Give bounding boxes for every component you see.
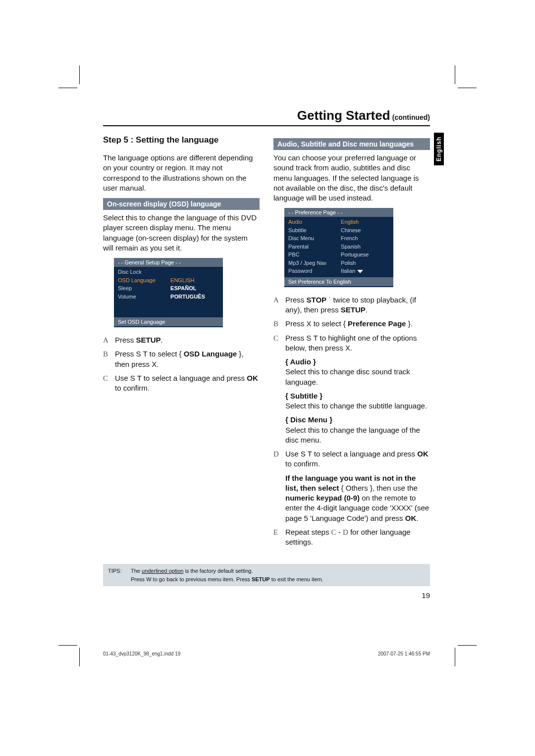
crop-mark	[458, 88, 477, 88]
text: to exit the menu item.	[270, 576, 323, 582]
osd-menu-item-right: PORTUGUÊS	[170, 293, 219, 301]
osd-menu-item-right: Italian	[341, 267, 389, 275]
option-discmenu: { Disc Menu } Select this to change the …	[285, 415, 430, 445]
step-letter: D	[273, 449, 285, 469]
page-number: 19	[103, 591, 430, 600]
step-d: D Use S T to select a language and press…	[273, 449, 430, 469]
text: Press	[285, 296, 307, 304]
down-arrow-icon	[357, 270, 363, 273]
osd-menu-item-right: Portuguese	[341, 251, 389, 259]
osd-menu-footer: Set OSD Language	[114, 317, 223, 326]
option-desc: Select this to change the subtitle langu…	[285, 401, 430, 411]
text: The	[131, 568, 142, 574]
osd-menu-row: VolumePORTUGUÊS	[118, 293, 219, 301]
crop-mark	[58, 645, 77, 646]
step-heading: Step 5 : Setting the language	[103, 135, 260, 145]
osd-menu-row: PasswordItalian	[288, 267, 389, 275]
osd-subheading: On-screen display (OSD) language	[103, 198, 260, 210]
page-header: Getting Started (continued)	[103, 108, 430, 126]
osd-menu-item-left: Sleep	[118, 284, 170, 293]
bold: OK	[417, 450, 428, 458]
crop-mark	[58, 88, 77, 88]
bold: OSD Language	[184, 350, 237, 358]
text: }.	[406, 319, 412, 328]
step-letter: C	[103, 373, 115, 394]
tips-bar: TIPS: The underlined option is the facto…	[103, 564, 430, 586]
page-content: Getting Started (continued) Step 5 : Set…	[103, 108, 430, 600]
language-tab: English	[434, 133, 444, 165]
bold: Preference Page	[348, 319, 406, 328]
underlined-text: underlined option	[142, 568, 183, 574]
osd-menu-item-left: Parental	[288, 243, 341, 251]
bold: SETUP	[136, 336, 161, 344]
crop-mark	[458, 645, 477, 646]
osd-menu-item-right: English	[341, 218, 389, 226]
option-subtitle: { Subtitle } Select this to change the s…	[285, 391, 430, 411]
crop-mark	[79, 648, 80, 666]
osd-menu-item-left: Audio	[288, 218, 341, 226]
step-text: Use S T to select a language and press O…	[115, 373, 260, 394]
crop-mark	[455, 65, 455, 84]
step-text: Repeat steps C - D for other language se…	[285, 527, 430, 548]
page-title: Getting Started	[297, 108, 390, 123]
step-letter: A	[273, 295, 285, 315]
osd-menu-row: AudioEnglish	[288, 218, 389, 226]
step-letter: B	[273, 319, 285, 329]
step-c: C Use S T to select a language and press…	[103, 373, 260, 394]
preference-menu-screenshot: - - Preference Page - - AudioEnglishSubt…	[284, 208, 393, 287]
osd-menu-item-left: OSD Language	[118, 276, 170, 285]
step-c: C Press S T to highlight one of the opti…	[273, 333, 430, 353]
osd-menu-row: SubtitleChinese	[288, 226, 389, 235]
option-audio: { Audio } Select this to change disc sou…	[285, 357, 430, 387]
osd-menu-row: Disc MenuFrench	[288, 234, 389, 243]
right-column: Audio, Subtitle and Disc menu languages …	[273, 135, 430, 551]
bold: OK	[405, 514, 417, 522]
osd-menu-row: Disc Lock	[118, 268, 219, 276]
text: Use S T to select a language and press	[285, 450, 417, 458]
tips-label: TIPS:	[108, 567, 131, 583]
osd-menu-row: SleepESPAÑOL	[118, 284, 219, 293]
osd-menu-row: PBC Portuguese	[288, 251, 389, 259]
step-letter: C	[273, 333, 285, 353]
step-text: Press STOP ˙ twice to stop playback, (if…	[285, 295, 430, 315]
intro-text: The language options are different depen…	[103, 153, 260, 193]
text: { Others }, then use the	[339, 484, 417, 492]
osd-menu-item-right	[170, 268, 219, 276]
osd-menu-item-left: Mp3 / Jpeg Nav	[288, 259, 341, 267]
osd-menu-screenshot: - - General Setup Page - - Disc LockOSD …	[114, 258, 223, 327]
option-title: { Subtitle }	[285, 391, 430, 401]
audio-subheading: Audio, Subtitle and Disc menu languages	[273, 138, 430, 150]
text: Press S T to select {	[115, 350, 184, 358]
crop-mark	[79, 65, 80, 84]
step-b: B Press X to select { Preference Page }.	[273, 319, 430, 329]
step-text: Press X to select { Preference Page }.	[285, 319, 430, 329]
step-e: E Repeat steps C - D for other language …	[273, 527, 430, 548]
print-footer: 01-43_dvp3120K_98_eng1.indd 19 2007-07-2…	[103, 651, 430, 656]
step-a: A Press STOP ˙ twice to stop playback, (…	[273, 295, 430, 315]
step-letter: B	[103, 349, 115, 369]
osd-menu-item-right: ESPAÑOL	[170, 284, 219, 293]
bold: STOP	[307, 296, 327, 304]
osd-menu-item-right: Chinese	[341, 226, 389, 235]
text: is the factory default setting.	[183, 568, 253, 574]
footer-file: 01-43_dvp3120K_98_eng1.indd 19	[103, 651, 180, 656]
osd-menu-row: OSD LanguageENGLISH	[118, 276, 219, 285]
option-desc: Select this to change the language of th…	[285, 425, 430, 446]
osd-menu-header: - - General Setup Page - -	[114, 258, 223, 267]
text: to confirm.	[115, 384, 150, 392]
text: Press X to select {	[285, 319, 348, 328]
text: .	[416, 514, 418, 522]
others-note: If the language you want is not in the l…	[285, 473, 430, 523]
step-letter: E	[273, 527, 285, 548]
osd-menu-item-right: Polish	[341, 259, 389, 267]
osd-menu-item-left: Volume	[118, 293, 170, 301]
osd-menu-item-right: ENGLISH	[170, 276, 219, 285]
left-column: Step 5 : Setting the language The langua…	[103, 135, 260, 551]
step-text: Press SETUP.	[115, 335, 260, 345]
text: .	[161, 336, 163, 344]
preference-menu-footer: Set Preference To English	[284, 277, 393, 286]
step-text: Use S T to select a language and press O…	[285, 449, 430, 469]
text: Repeat steps	[285, 528, 331, 536]
osd-menu-row: Mp3 / Jpeg NavPolish	[288, 259, 389, 267]
bold: SETUP	[341, 305, 366, 314]
